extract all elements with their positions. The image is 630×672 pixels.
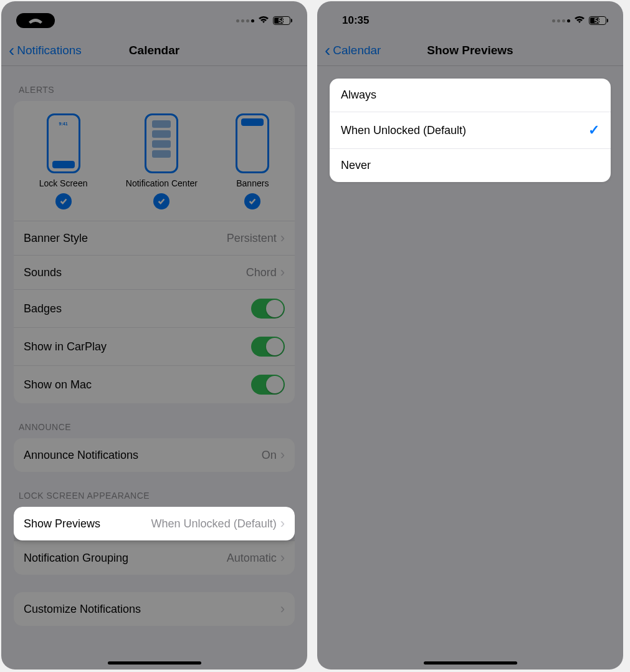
alerts-section-header: ALERTS: [14, 66, 295, 101]
home-indicator: [108, 661, 201, 665]
cellular-signal-icon: [236, 19, 254, 22]
banner-style-row[interactable]: Banner Style Persistent›: [14, 221, 295, 255]
carplay-row: Show in CarPlay: [14, 327, 295, 365]
alert-lockscreen[interactable]: 9:41 Lock Screen: [39, 113, 88, 209]
chevron-right-icon: ›: [280, 264, 285, 281]
customize-group: Customize Notifications ›: [14, 592, 295, 626]
chevron-right-icon: ›: [280, 516, 285, 532]
chevron-left-icon: ‹: [9, 42, 14, 59]
battery-icon: 58: [589, 16, 608, 25]
announce-section-header: ANNOUNCE: [14, 403, 295, 438]
alert-label: Lock Screen: [39, 178, 88, 188]
preview-options-group: Always When Unlocked (Default) ✓ Never: [330, 79, 611, 182]
row-label: Banner Style: [24, 232, 88, 245]
chevron-right-icon: ›: [280, 447, 285, 463]
back-button[interactable]: ‹ Notifications: [9, 42, 82, 59]
badges-row: Badges: [14, 289, 295, 327]
phone-hangup-icon: [27, 17, 44, 24]
row-value: On: [262, 449, 277, 462]
row-label: Sounds: [24, 266, 62, 279]
alert-banners[interactable]: Banners: [236, 113, 269, 209]
carplay-toggle[interactable]: [251, 337, 285, 357]
alert-label: Banners: [236, 178, 269, 188]
option-when-unlocked[interactable]: When Unlocked (Default) ✓: [330, 112, 611, 148]
alert-label: Notification Center: [126, 178, 198, 188]
wifi-icon: [258, 14, 269, 27]
wifi-icon: [574, 14, 585, 27]
row-value: Persistent: [227, 232, 277, 245]
chevron-right-icon: ›: [280, 550, 285, 566]
appearance-group: Show Previews When Unlocked (Default)› N…: [14, 507, 295, 575]
right-screenshot: 10:35 58 ‹ Calendar Show Previews Always…: [317, 1, 623, 670]
option-always[interactable]: Always: [330, 79, 611, 112]
alert-notification-center[interactable]: Notification Center: [126, 113, 198, 209]
option-label: Never: [341, 159, 371, 172]
row-value: Chord: [246, 266, 277, 279]
banners-icon: [236, 113, 269, 173]
alerts-group: 9:41 Lock Screen Notification Center: [14, 101, 295, 403]
badges-toggle[interactable]: [251, 299, 285, 319]
row-label: Show Previews: [24, 517, 100, 530]
back-label: Notifications: [17, 44, 82, 57]
option-label: When Unlocked (Default): [341, 124, 466, 137]
back-label: Calendar: [333, 44, 381, 57]
chevron-right-icon: ›: [280, 601, 285, 617]
appearance-section-header: LOCK SCREEN APPEARANCE: [14, 472, 295, 507]
row-label: Show in CarPlay: [24, 340, 107, 353]
check-icon[interactable]: [153, 193, 169, 209]
mac-row: Show on Mac: [14, 365, 295, 403]
sounds-row[interactable]: Sounds Chord›: [14, 255, 295, 289]
nav-bar: ‹ Calendar Show Previews: [317, 35, 623, 66]
row-value: When Unlocked (Default): [151, 517, 277, 530]
checkmark-icon: ✓: [588, 122, 599, 138]
show-previews-row[interactable]: Show Previews When Unlocked (Default)›: [14, 507, 295, 540]
check-icon[interactable]: [244, 193, 260, 209]
row-label: Announce Notifications: [24, 449, 138, 462]
chevron-left-icon: ‹: [325, 42, 330, 59]
option-label: Always: [341, 89, 376, 102]
row-label: Customize Notifications: [24, 603, 141, 616]
notification-center-icon: [145, 113, 178, 173]
battery-icon: 58: [273, 16, 292, 25]
check-icon[interactable]: [55, 193, 72, 209]
row-label: Notification Grouping: [24, 552, 128, 565]
grouping-row[interactable]: Notification Grouping Automatic›: [14, 540, 295, 575]
announce-row[interactable]: Announce Notifications On›: [14, 438, 295, 472]
home-indicator: [424, 661, 517, 665]
status-bar: 58: [1, 1, 307, 35]
row-label: Show on Mac: [24, 378, 92, 391]
back-button[interactable]: ‹ Calendar: [325, 42, 381, 59]
row-label: Badges: [24, 302, 62, 315]
cellular-signal-icon: [552, 19, 570, 22]
chevron-right-icon: ›: [280, 230, 285, 246]
mac-toggle[interactable]: [251, 375, 285, 395]
nav-bar: ‹ Notifications Calendar: [1, 35, 307, 66]
option-never[interactable]: Never: [330, 148, 611, 182]
status-bar: 10:35 58: [317, 1, 623, 35]
left-screenshot: 58 ‹ Notifications Calendar ALERTS 9:41 …: [1, 1, 307, 670]
battery-level: 58: [278, 17, 285, 24]
customize-row[interactable]: Customize Notifications ›: [14, 592, 295, 626]
row-value: Automatic: [227, 552, 277, 565]
call-pill[interactable]: [16, 13, 55, 28]
battery-level: 58: [594, 17, 601, 24]
lockscreen-icon: 9:41: [47, 113, 80, 173]
announce-group: Announce Notifications On›: [14, 438, 295, 472]
status-time: 10:35: [332, 14, 369, 27]
